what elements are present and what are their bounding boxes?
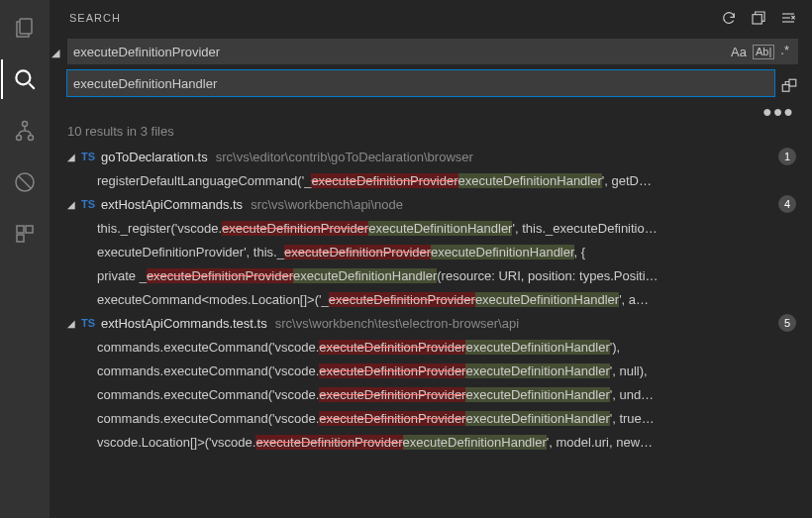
match-text: executeDefinitionProvider', this._execut…: [97, 245, 585, 259]
activity-debug[interactable]: [1, 162, 49, 202]
svg-rect-8: [17, 226, 24, 233]
match-added: executeDefinitionHandler: [465, 340, 609, 355]
search-input[interactable]: [73, 45, 728, 59]
match-text: private _executeDefinitionProviderexecut…: [97, 268, 659, 283]
file-path: src\vs\workbench\test\electron-browser\a…: [275, 316, 778, 331]
results-tree: ◢TSgoToDeclaration.tssrc\vs\editor\contr…: [50, 145, 812, 518]
match-removed: executeDefinitionProvider: [284, 245, 431, 259]
match-row[interactable]: commands.executeCommand('vscode.executeD…: [53, 335, 804, 359]
match-added: executeDefinitionHandler: [465, 411, 609, 426]
match-row[interactable]: executeDefinitionProvider', this._execut…: [53, 240, 804, 263]
svg-rect-17: [782, 85, 789, 92]
svg-rect-10: [17, 235, 24, 242]
svg-point-3: [23, 122, 28, 127]
search-sidebar: SEARCH ◢ Aa Ab| .*: [50, 0, 812, 518]
match-text: vscode.Location[]>('vscode.executeDefini…: [97, 435, 653, 450]
svg-rect-11: [753, 14, 761, 23]
search-input-row: Aa Ab| .*: [67, 39, 798, 64]
match-added: executeDefinitionHandler: [458, 173, 602, 188]
match-row[interactable]: commands.executeCommand('vscode.executeD…: [53, 382, 804, 406]
match-removed: executeDefinitionProvider: [147, 268, 293, 283]
file-name: extHostApiCommands.ts: [101, 197, 243, 212]
whole-word-toggle[interactable]: Ab|: [753, 45, 774, 59]
match-removed: executeDefinitionProvider: [255, 435, 402, 450]
match-count-badge: 4: [778, 195, 796, 213]
refresh-icon[interactable]: [721, 10, 737, 26]
file-path: src\vs\workbench\api\node: [251, 197, 778, 212]
toggle-replace-chevron-icon[interactable]: ◢: [51, 47, 59, 59]
match-row[interactable]: vscode.Location[]>('vscode.executeDefini…: [53, 430, 804, 454]
svg-rect-0: [20, 19, 32, 34]
match-removed: executeDefinitionProvider: [319, 340, 465, 355]
svg-point-4: [17, 136, 22, 141]
svg-line-2: [29, 83, 34, 88]
activity-bar: [0, 0, 50, 518]
replace-input[interactable]: [73, 76, 768, 91]
match-row[interactable]: registerDefaultLanguageCommand('_execute…: [53, 168, 804, 192]
match-row[interactable]: commands.executeCommand('vscode.executeD…: [53, 406, 804, 430]
match-row[interactable]: private _executeDefinitionProviderexecut…: [53, 263, 804, 287]
svg-rect-9: [26, 226, 33, 233]
replace-input-row: [67, 70, 774, 96]
match-added: executeDefinitionHandler: [368, 221, 512, 236]
file-row[interactable]: ◢TSextHostApiCommands.test.tssrc\vs\work…: [53, 311, 804, 335]
file-row[interactable]: ◢TSgoToDeclaration.tssrc\vs\editor\contr…: [53, 145, 804, 168]
match-removed: executeDefinitionProvider: [329, 292, 475, 307]
file-row[interactable]: ◢TSextHostApiCommands.tssrc\vs\workbench…: [53, 192, 804, 216]
svg-rect-18: [789, 79, 796, 86]
chevron-down-icon: ◢: [67, 318, 81, 329]
ts-file-icon: TS: [81, 317, 95, 329]
match-added: executeDefinitionHandler: [475, 292, 619, 307]
match-text: commands.executeCommand('vscode.executeD…: [97, 363, 648, 378]
match-added: executeDefinitionHandler: [465, 363, 609, 378]
match-removed: executeDefinitionProvider: [319, 411, 465, 426]
match-added: executeDefinitionHandler: [293, 268, 437, 283]
clear-search-icon[interactable]: [780, 10, 796, 26]
svg-point-5: [29, 136, 34, 141]
file-name: extHostApiCommands.test.ts: [101, 316, 267, 331]
collapse-all-icon[interactable]: [751, 10, 766, 26]
activity-scm[interactable]: [1, 111, 49, 151]
file-name: goToDeclaration.ts: [101, 150, 208, 164]
match-added: executeDefinitionHandler: [431, 245, 574, 259]
file-path: src\vs\editor\contrib\goToDeclaration\br…: [216, 150, 778, 164]
svg-point-1: [16, 70, 30, 84]
svg-line-7: [19, 176, 31, 188]
match-case-toggle[interactable]: Aa: [728, 45, 750, 59]
more-options-toggle[interactable]: ●●●: [50, 106, 812, 118]
activity-search[interactable]: [1, 59, 49, 99]
match-row[interactable]: this._register('vscode.executeDefinition…: [53, 216, 804, 240]
match-text: executeCommand<modes.Location[]>('_execu…: [97, 292, 649, 307]
match-text: this._register('vscode.executeDefinition…: [97, 221, 658, 236]
chevron-down-icon: ◢: [67, 199, 81, 210]
results-summary: 10 results in 3 files: [50, 122, 812, 145]
regex-toggle[interactable]: .*: [777, 43, 792, 57]
match-row[interactable]: commands.executeCommand('vscode.executeD…: [53, 359, 804, 382]
match-count-badge: 5: [778, 314, 796, 332]
match-text: registerDefaultLanguageCommand('_execute…: [97, 173, 652, 188]
ts-file-icon: TS: [81, 198, 95, 210]
match-added: executeDefinitionHandler: [403, 435, 547, 450]
match-text: commands.executeCommand('vscode.executeD…: [97, 387, 654, 402]
match-row[interactable]: executeCommand<modes.Location[]>('_execu…: [53, 287, 804, 311]
activity-explorer[interactable]: [1, 8, 49, 48]
ts-file-icon: TS: [81, 151, 95, 162]
match-removed: executeDefinitionProvider: [311, 173, 457, 188]
match-count-badge: 1: [778, 148, 796, 165]
activity-extensions[interactable]: [1, 214, 49, 254]
match-removed: executeDefinitionProvider: [319, 363, 465, 378]
replace-all-icon[interactable]: [780, 77, 798, 95]
match-added: executeDefinitionHandler: [465, 387, 609, 402]
match-removed: executeDefinitionProvider: [222, 221, 368, 236]
chevron-down-icon: ◢: [67, 152, 81, 162]
match-text: commands.executeCommand('vscode.executeD…: [97, 340, 620, 355]
sidebar-header: SEARCH: [50, 0, 812, 35]
sidebar-title: SEARCH: [69, 12, 721, 24]
match-removed: executeDefinitionProvider: [319, 387, 465, 402]
match-text: commands.executeCommand('vscode.executeD…: [97, 411, 655, 426]
